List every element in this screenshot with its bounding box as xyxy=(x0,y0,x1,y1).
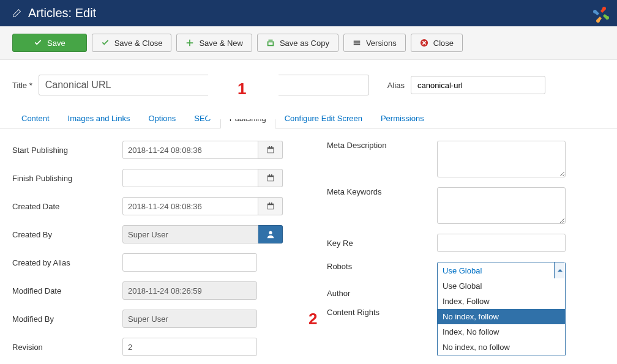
modified-by-input xyxy=(122,310,257,328)
right-column: Meta Description Meta Keywords Key Re 2 … xyxy=(327,141,605,364)
calendar-icon xyxy=(266,202,275,210)
start-publishing-calendar[interactable] xyxy=(258,141,283,159)
check-icon xyxy=(101,39,110,47)
header-bar: Articles: Edit xyxy=(0,0,617,26)
calendar-icon xyxy=(266,174,275,182)
tab-content[interactable]: Content xyxy=(12,108,59,128)
joomla-logo xyxy=(591,5,611,24)
left-column: Start Publishing Finish Publishing Creat… xyxy=(12,141,290,364)
tab-options[interactable]: Options xyxy=(139,108,185,128)
robots-dropdown: Use Global Index, Follow No index, follo… xyxy=(437,278,566,355)
close-button[interactable]: Close xyxy=(411,34,463,52)
modified-by-label: Modified By xyxy=(12,314,122,324)
robots-select[interactable]: Use Global Use Global Index, Follow No i… xyxy=(437,262,566,279)
save-close-button[interactable]: Save & Close xyxy=(92,34,172,52)
save-button[interactable]: Save xyxy=(12,34,87,52)
robots-option-1[interactable]: Index, Follow xyxy=(438,294,565,309)
plus-icon xyxy=(185,39,194,47)
robots-label: Robots xyxy=(327,262,437,271)
start-publishing-label: Start Publishing xyxy=(12,146,122,155)
versions-button[interactable]: Versions xyxy=(343,34,406,52)
revision-input[interactable] xyxy=(122,338,257,356)
apply-icon xyxy=(34,39,42,47)
annotation-2: 2 xyxy=(308,310,317,329)
meta-description-label: Meta Description xyxy=(327,141,437,150)
title-row: Title * Alias xyxy=(0,60,617,103)
meta-keywords-label: Meta Keywords xyxy=(327,187,437,196)
meta-description-input[interactable] xyxy=(437,141,566,177)
meta-keywords-input[interactable] xyxy=(437,187,566,224)
created-date-calendar[interactable] xyxy=(258,197,283,215)
modified-date-label: Modified Date xyxy=(12,286,122,295)
user-icon xyxy=(266,230,275,239)
svg-point-1 xyxy=(269,231,272,234)
content-rights-label: Content Rights xyxy=(327,308,437,317)
toolbar: Save Save & Close Save & New Save as Cop… xyxy=(0,26,617,60)
cancel-icon xyxy=(420,39,428,47)
alias-input[interactable] xyxy=(411,76,545,94)
author-label: Author xyxy=(327,289,437,298)
copy-icon xyxy=(266,39,275,47)
annotation-1: 1 xyxy=(237,80,246,98)
calendar-icon xyxy=(266,146,275,154)
page-title: Articles: Edit xyxy=(28,6,96,20)
tab-configure[interactable]: Configure Edit Screen xyxy=(275,108,372,128)
save-new-button[interactable]: Save & New xyxy=(176,34,252,52)
created-date-input[interactable] xyxy=(122,197,258,215)
created-by-picker[interactable] xyxy=(258,225,283,243)
created-date-label: Created Date xyxy=(12,202,122,211)
versions-icon xyxy=(353,39,361,47)
robots-option-4[interactable]: No index, no follow xyxy=(438,340,565,355)
save-copy-button[interactable]: Save as Copy xyxy=(257,34,338,52)
created-by-input xyxy=(122,225,258,243)
title-label: Title * xyxy=(12,81,32,90)
tab-permissions[interactable]: Permissions xyxy=(372,108,433,128)
key-reference-input[interactable] xyxy=(437,234,566,252)
modified-date-input xyxy=(122,281,257,300)
alias-label: Alias xyxy=(387,81,405,90)
robots-selected: Use Global xyxy=(438,266,554,275)
created-by-label: Created By xyxy=(12,230,122,239)
created-by-alias-label: Created by Alias xyxy=(12,258,122,267)
finish-publishing-calendar[interactable] xyxy=(258,169,283,187)
created-by-alias-input[interactable] xyxy=(122,253,257,272)
title-input[interactable] xyxy=(39,75,369,95)
start-publishing-input[interactable] xyxy=(122,141,258,159)
finish-publishing-label: Finish Publishing xyxy=(12,174,122,183)
pencil-icon xyxy=(12,9,21,18)
tabs: Content Images and Links Options SEO Pub… xyxy=(0,108,617,128)
revision-label: Revision xyxy=(12,343,122,352)
chevron-up-icon xyxy=(554,262,565,278)
finish-publishing-input[interactable] xyxy=(122,169,258,187)
form-body: Start Publishing Finish Publishing Creat… xyxy=(0,128,617,364)
key-reference-label: Key Re xyxy=(327,239,437,248)
tab-images[interactable]: Images and Links xyxy=(59,108,140,128)
robots-option-0[interactable]: Use Global xyxy=(438,278,565,294)
robots-option-3[interactable]: Index, No follow xyxy=(438,324,565,340)
robots-option-2[interactable]: No index, follow xyxy=(438,309,565,324)
